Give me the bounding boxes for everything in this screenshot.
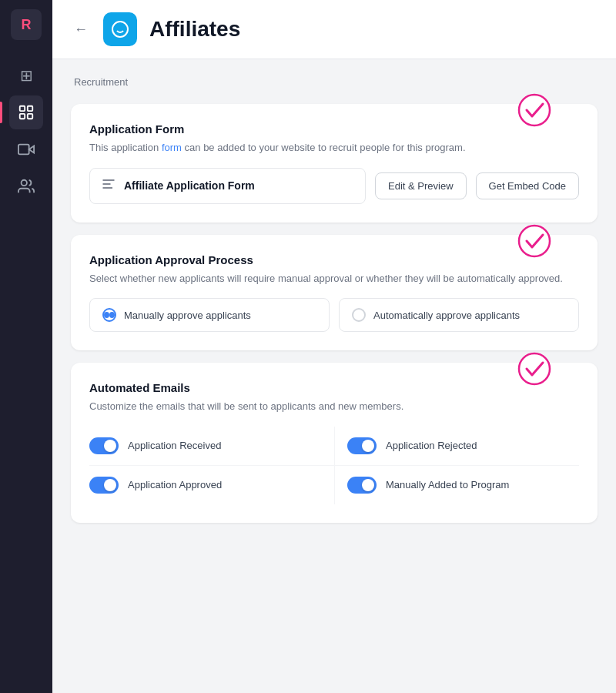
toggle-rejected[interactable] (347, 437, 377, 454)
email-label-rejected: Application Rejected (386, 440, 477, 451)
check-badge-1 (517, 93, 551, 127)
svg-point-7 (112, 22, 128, 37)
svg-rect-1 (28, 106, 32, 111)
edit-preview-button[interactable]: Edit & Preview (375, 172, 467, 199)
back-button[interactable]: ← (71, 18, 91, 41)
sidebar-logo[interactable]: R (11, 9, 42, 40)
toggle-received[interactable] (89, 437, 119, 454)
page-header: ← Affiliates (52, 0, 616, 59)
affiliate-form-label: Affiliate Application Form (124, 179, 255, 192)
radio-manual-label: Manually approve applicants (124, 310, 251, 321)
svg-point-15 (519, 353, 550, 384)
email-item-rejected: Application Rejected (334, 427, 579, 466)
automated-emails-card: Automated Emails Customize the emails th… (71, 363, 598, 523)
approval-process-card: Application Approval Process Select whet… (71, 235, 598, 351)
recruitment-section-label: Recruitment (71, 75, 598, 92)
svg-rect-2 (20, 114, 25, 119)
radio-auto-label: Automatically approve applicants (373, 310, 520, 321)
toggle-manually-added[interactable] (347, 477, 377, 494)
email-item-manually-added: Manually Added to Program (334, 466, 579, 504)
svg-rect-5 (18, 145, 29, 155)
content-area: Recruitment Application Form This applic… (52, 59, 616, 693)
form-icon (101, 176, 116, 196)
svg-rect-3 (28, 114, 32, 119)
check-badge-3 (517, 352, 551, 386)
main-content: ← Affiliates Recruitment A (52, 0, 616, 693)
emails-desc: Customize the emails that will be sent t… (89, 399, 579, 414)
email-grid: Application Received Application Rejecte… (89, 427, 579, 504)
sidebar-item-affiliates[interactable] (9, 95, 43, 129)
radio-manual-circle (102, 308, 116, 322)
email-item-received: Application Received (89, 427, 334, 466)
svg-point-14 (519, 226, 550, 256)
emails-title: Automated Emails (89, 381, 579, 394)
page-icon (103, 12, 137, 46)
affiliate-form-box: Affiliate Application Form (89, 168, 366, 204)
app-form-title: Application Form (89, 122, 579, 136)
radio-auto-circle (352, 308, 366, 322)
sidebar-item-grid[interactable]: ⊞ (9, 59, 43, 92)
toggle-approved[interactable] (89, 477, 119, 494)
application-form-card: Application Form This application form c… (71, 104, 598, 223)
approval-title: Application Approval Process (89, 253, 579, 266)
radio-auto[interactable]: Automatically approve applicants (339, 298, 579, 332)
page-title: Affiliates (149, 17, 240, 42)
radio-manual[interactable]: Manually approve applicants (89, 298, 330, 332)
get-embed-button[interactable]: Get Embed Code (476, 172, 579, 199)
svg-marker-4 (29, 146, 34, 152)
app-form-row: Affiliate Application Form Edit & Previe… (89, 168, 579, 204)
app-form-desc: This application form can be added to yo… (89, 140, 579, 156)
sidebar: R ⊞ (0, 0, 52, 693)
approval-desc: Select whether new applicants will requi… (89, 271, 579, 286)
svg-rect-0 (20, 106, 25, 111)
sidebar-item-people[interactable] (9, 169, 43, 203)
email-label-received: Application Received (128, 440, 221, 451)
approval-radio-group: Manually approve applicants Automaticall… (89, 298, 579, 332)
sidebar-item-broadcast[interactable] (9, 132, 43, 166)
email-label-approved: Application Approved (128, 479, 222, 490)
svg-point-6 (22, 180, 27, 186)
check-badge-2 (517, 224, 551, 258)
svg-point-10 (519, 95, 550, 126)
email-item-approved: Application Approved (89, 466, 334, 504)
email-label-manually-added: Manually Added to Program (386, 479, 509, 490)
